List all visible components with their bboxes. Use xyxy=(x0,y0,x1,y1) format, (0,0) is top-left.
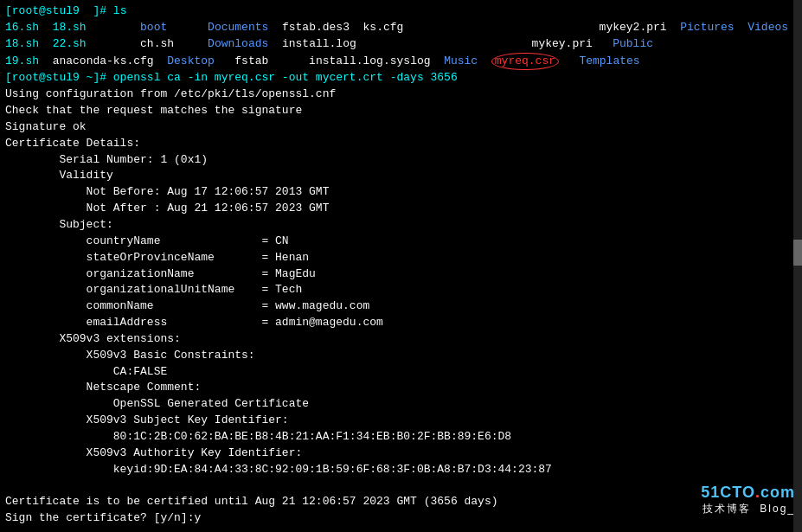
not-before: Not Before: Aug 17 12:06:57 2013 GMT xyxy=(5,184,797,201)
myreq-csr-highlight: myreq.csr xyxy=(491,53,559,71)
watermark-site: 51CTO.com xyxy=(701,484,795,502)
using-config: Using configuration from /etc/pki/tls/op… xyxy=(5,87,797,103)
x509-ext: X509v3 extensions: xyxy=(5,331,797,348)
prompt-user: [root@stul9 xyxy=(5,4,80,17)
check-sig: Check that the request matches the signa… xyxy=(5,103,797,119)
blank1 xyxy=(5,478,797,494)
country: countryName = CN xyxy=(5,234,797,250)
downloads-item: Downloads xyxy=(208,37,268,50)
cafalse: CA:FALSE xyxy=(5,364,797,381)
openssl-gen: OpenSSL Generated Certificate xyxy=(5,396,797,413)
ls-command-line: [root@stul9 ]# ls xyxy=(5,3,797,20)
watermark-label: 技术博客 Blog_ xyxy=(703,502,795,516)
org: organizationName = MagEdu xyxy=(5,266,797,283)
watermark: 51CTO.com 技术博客 Blog_ xyxy=(701,484,795,516)
subject: Subject: xyxy=(5,217,797,234)
email: emailAddress = admin@magedu.com xyxy=(5,315,797,331)
cn: commonName = www.magedu.com xyxy=(5,298,797,315)
subjkey-val: 80:1C:2B:C0:62:BA:BE:B8:4B:21:AA:F1:34:E… xyxy=(5,429,797,445)
terminal: [root@stul9 ]# ls 16.sh 18.sh boot Docum… xyxy=(0,0,802,532)
certified-until: Certificate is to be certified until Aug… xyxy=(5,494,797,510)
sign-cert: Sign the certificate? [y/n]:y xyxy=(5,510,797,527)
serial: Serial Number: 1 (0x1) xyxy=(5,152,797,169)
scrollbar-thumb[interactable] xyxy=(793,240,802,266)
validity: Validity xyxy=(5,168,797,184)
not-after: Not After : Aug 21 12:06:57 2023 GMT xyxy=(5,201,797,217)
basic-constraints: X509v3 Basic Constraints: xyxy=(5,348,797,364)
blank2 xyxy=(5,527,797,532)
authkey-val: keyid:9D:EA:84:A4:33:8C:92:09:1B:59:6F:6… xyxy=(5,462,797,478)
authkey: X509v3 Authority Key Identifier: xyxy=(5,445,797,462)
subjkey: X509v3 Subject Key Identifier: xyxy=(5,413,797,429)
sig-ok: Signature ok xyxy=(5,119,797,136)
cert-details: Certificate Details: xyxy=(5,136,797,152)
ls-output-3: 19.sh anaconda-ks.cfg Desktop fstab inst… xyxy=(5,53,797,71)
orgunit: organizationalUnitName = Tech xyxy=(5,282,797,298)
scrollbar[interactable] xyxy=(793,0,802,532)
ls-16sh: 16.sh xyxy=(5,21,39,34)
netscape: Netscape Comment: xyxy=(5,380,797,396)
openssl-command: [root@stul9 ~]# openssl ca -in myreq.csr… xyxy=(5,70,797,87)
ls-output-1: 16.sh 18.sh boot Documents fstab.des3 ks… xyxy=(5,20,797,36)
ls-output-2: 18.sh 22.sh ch.sh Downloads install.log … xyxy=(5,36,797,53)
state: stateOrProvinceName = Henan xyxy=(5,250,797,266)
